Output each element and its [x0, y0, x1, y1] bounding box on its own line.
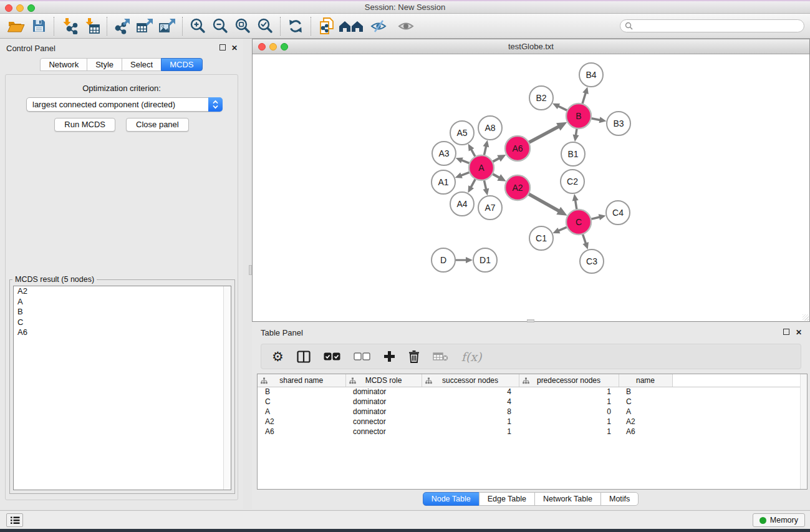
- zoom-selected-button[interactable]: [254, 16, 276, 37]
- table-cell[interactable]: 1: [519, 397, 619, 407]
- horizontal-splitter-handle[interactable]: [527, 319, 534, 322]
- table-row[interactable]: Adominator80A: [258, 407, 801, 417]
- first-neighbors-button[interactable]: [337, 16, 365, 37]
- column-header-successor-nodes[interactable]: successor nodes: [422, 374, 519, 387]
- show-columns-button[interactable]: [297, 351, 311, 363]
- export-network-button[interactable]: [111, 16, 133, 37]
- hide-selected-button[interactable]: [365, 16, 392, 37]
- zoom-view-button[interactable]: [281, 43, 288, 51]
- column-header-name[interactable]: name: [619, 374, 672, 387]
- close-panel-icon[interactable]: ✕: [231, 44, 238, 52]
- table-row[interactable]: Bdominator41B: [258, 387, 801, 397]
- node-A8[interactable]: A8: [478, 116, 502, 140]
- list-item[interactable]: A6: [14, 327, 231, 338]
- table-cell[interactable]: A6: [258, 427, 345, 437]
- tab-edge-table[interactable]: Edge Table: [479, 492, 535, 506]
- minimize-window-button[interactable]: [16, 4, 24, 12]
- table-cell[interactable]: B: [258, 387, 345, 397]
- open-file-button[interactable]: [5, 16, 27, 37]
- table-cell[interactable]: 4: [422, 387, 519, 397]
- resize-grip-icon[interactable]: [803, 314, 809, 321]
- list-item[interactable]: A: [14, 297, 231, 307]
- network-window-titlebar[interactable]: testGlobe.txt: [253, 39, 809, 54]
- node-C[interactable]: C: [566, 210, 591, 235]
- node-A7[interactable]: A7: [478, 196, 502, 220]
- table-cell[interactable]: dominator: [345, 397, 422, 407]
- table-cell[interactable]: A6: [619, 427, 672, 437]
- node-A3[interactable]: A3: [432, 142, 456, 165]
- zoom-window-button[interactable]: [27, 4, 35, 12]
- import-network-button[interactable]: [58, 16, 80, 37]
- table-row[interactable]: Cdominator41C: [258, 397, 801, 407]
- create-column-button[interactable]: [383, 351, 395, 362]
- node-A5[interactable]: A5: [450, 121, 474, 145]
- node-A2[interactable]: A2: [505, 175, 530, 200]
- task-history-button[interactable]: [6, 513, 23, 527]
- table-cell[interactable]: C: [258, 397, 345, 407]
- table-scrollbar[interactable]: [800, 374, 807, 489]
- node-B1[interactable]: B1: [561, 142, 585, 166]
- table-cell[interactable]: 4: [422, 397, 519, 407]
- table-cell[interactable]: connector: [345, 417, 422, 427]
- table-cell[interactable]: 1: [519, 387, 619, 397]
- tab-network[interactable]: Network: [40, 58, 87, 71]
- table-cell[interactable]: 1: [519, 417, 619, 427]
- column-header-shared-name[interactable]: shared name: [258, 374, 345, 387]
- table-cell[interactable]: B: [619, 387, 672, 397]
- node-B[interactable]: B: [566, 104, 591, 128]
- node-C4[interactable]: C4: [606, 201, 630, 225]
- node-A[interactable]: A: [469, 155, 494, 180]
- show-all-button[interactable]: [392, 16, 420, 37]
- node-D1[interactable]: D1: [473, 248, 497, 272]
- function-builder-button[interactable]: f(x): [461, 350, 482, 364]
- zoom-out-button[interactable]: [209, 16, 231, 37]
- save-session-button[interactable]: [27, 16, 50, 37]
- node-B3[interactable]: B3: [607, 112, 630, 135]
- list-item[interactable]: A2: [14, 286, 231, 297]
- table-row[interactable]: A2connector11A2: [258, 417, 801, 427]
- float-panel-icon[interactable]: [219, 44, 226, 52]
- table-cell[interactable]: A2: [619, 417, 672, 427]
- table-cell[interactable]: connector: [345, 427, 422, 437]
- table-cell[interactable]: C: [619, 397, 672, 407]
- deselect-all-columns-button[interactable]: [354, 352, 370, 360]
- table-cell[interactable]: 8: [422, 407, 519, 417]
- node-C1[interactable]: C1: [529, 226, 553, 250]
- table-cell[interactable]: 0: [519, 407, 619, 417]
- tab-select[interactable]: Select: [122, 58, 162, 71]
- list-item[interactable]: B: [14, 307, 231, 317]
- vertical-splitter-handle[interactable]: [249, 265, 252, 275]
- table-row[interactable]: A6connector11A6: [258, 427, 801, 437]
- close-table-panel-icon[interactable]: ✕: [796, 328, 802, 337]
- delete-column-button[interactable]: [408, 350, 420, 363]
- optimization-criterion-select[interactable]: largest connected component (directed): [26, 97, 223, 112]
- delete-table-button[interactable]: [433, 352, 448, 361]
- network-canvas[interactable]: B4B2BB3A5A8A6A3AB1A1C2A2A4A7CC4C1C3DD1: [253, 54, 809, 321]
- new-network-from-selection-button[interactable]: [315, 16, 337, 37]
- zoom-in-button[interactable]: [186, 16, 209, 37]
- node-A6[interactable]: A6: [505, 136, 530, 161]
- memory-button[interactable]: Memory: [753, 513, 805, 527]
- list-item[interactable]: C: [14, 317, 231, 328]
- tab-network-table[interactable]: Network Table: [534, 492, 601, 506]
- node-A4[interactable]: A4: [450, 192, 474, 216]
- close-window-button[interactable]: [5, 4, 12, 12]
- table-cell[interactable]: dominator: [345, 387, 422, 397]
- zoom-fit-button[interactable]: [231, 16, 254, 37]
- run-mcds-button[interactable]: Run MCDS: [54, 118, 115, 132]
- table-cell[interactable]: A2: [258, 417, 345, 427]
- node-D[interactable]: D: [432, 248, 455, 272]
- select-all-columns-button[interactable]: [324, 352, 340, 360]
- table-cell[interactable]: dominator: [345, 407, 422, 417]
- node-A1[interactable]: A1: [432, 170, 455, 194]
- refresh-button[interactable]: [284, 16, 307, 37]
- export-image-button[interactable]: [156, 16, 178, 37]
- close-panel-button[interactable]: Close panel: [126, 118, 189, 132]
- node-C3[interactable]: C3: [580, 249, 604, 273]
- minimize-view-button[interactable]: [269, 43, 277, 51]
- column-header-predecessor-nodes[interactable]: predecessor nodes: [519, 374, 619, 387]
- tab-node-table[interactable]: Node Table: [423, 492, 480, 506]
- import-table-button[interactable]: [80, 16, 103, 37]
- float-table-panel-icon[interactable]: [783, 328, 789, 337]
- tab-motifs[interactable]: Motifs: [600, 492, 639, 506]
